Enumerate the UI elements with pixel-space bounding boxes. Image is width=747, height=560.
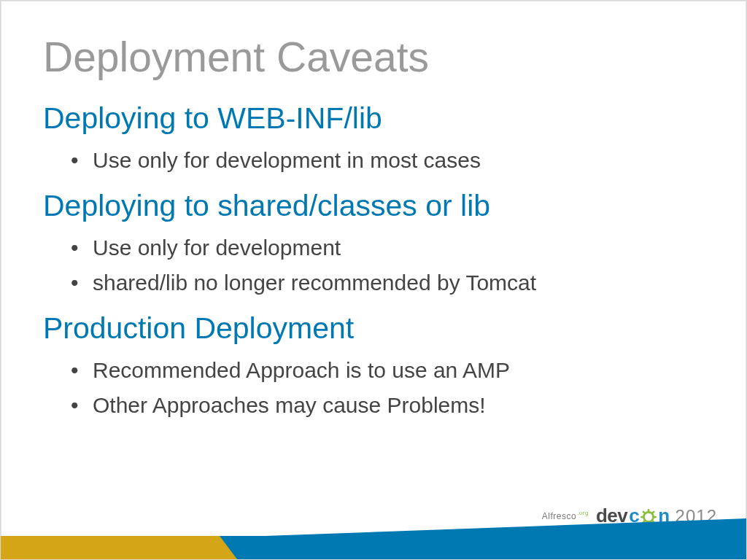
list-item: Use only for development <box>71 233 717 263</box>
section-heading-1: Deploying to WEB-INF/lib <box>43 101 717 136</box>
svg-line-8 <box>643 521 645 522</box>
bullet-list-3: Recommended Approach is to use an AMP Ot… <box>71 356 717 421</box>
footer-bar-gold-segment <box>1 536 220 559</box>
alfresco-wordmark: Alfresco.org <box>542 511 589 521</box>
list-item: Use only for development in most cases <box>71 146 717 176</box>
list-item: Other Approaches may cause Problems! <box>71 391 717 421</box>
list-item: Recommended Approach is to use an AMP <box>71 356 717 386</box>
svg-line-5 <box>643 511 645 513</box>
slide: Deployment Caveats Deploying to WEB-INF/… <box>0 0 747 560</box>
footer-bar <box>1 536 746 559</box>
svg-line-6 <box>653 521 654 522</box>
svg-line-7 <box>653 511 654 513</box>
list-item: shared/lib no longer recommended by Tomc… <box>71 268 717 298</box>
slide-content: Deployment Caveats Deploying to WEB-INF/… <box>43 33 717 434</box>
section-heading-2: Deploying to shared/classes or lib <box>43 189 717 223</box>
bullet-list-2: Use only for development shared/lib no l… <box>71 233 717 298</box>
footer-bar-blue-wedge <box>221 518 746 559</box>
section-heading-3: Production Deployment <box>43 311 717 346</box>
alfresco-org-suffix: .org <box>577 510 589 516</box>
alfresco-text: Alfresco <box>542 511 576 521</box>
bullet-list-1: Use only for development in most cases <box>71 146 717 176</box>
slide-title: Deployment Caveats <box>43 33 717 81</box>
